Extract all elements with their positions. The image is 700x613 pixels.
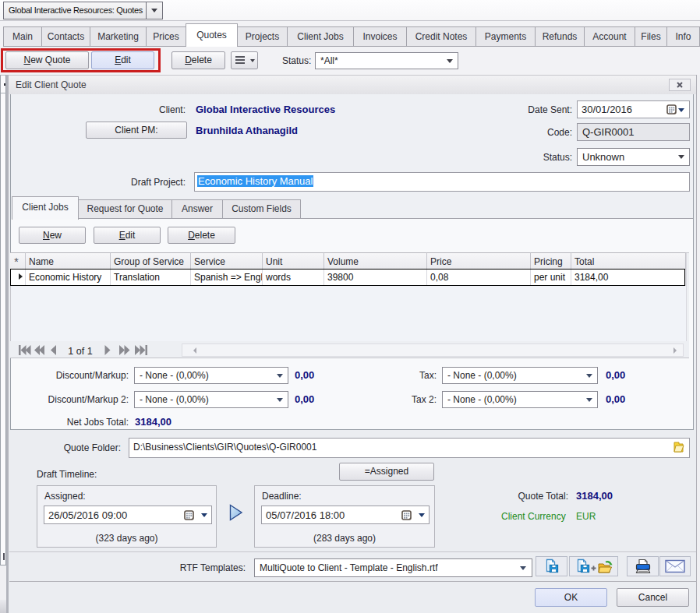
svg-text:1 of 1: 1 of 1 <box>68 346 92 357</box>
